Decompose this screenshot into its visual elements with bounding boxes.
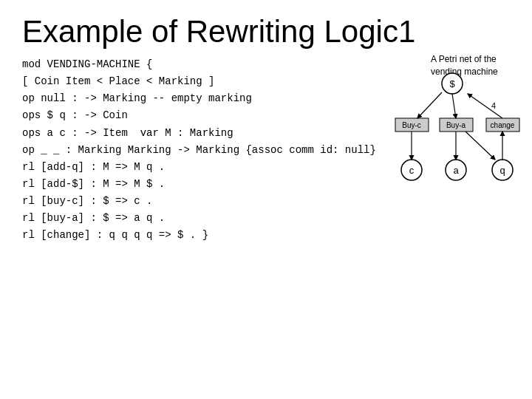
code-line-19: rl [buy-a] : $ => a q . <box>22 210 510 227</box>
svg-text:Buy-c: Buy-c <box>402 121 421 129</box>
page-title: Example of Rewriting Logic1 <box>22 15 510 49</box>
svg-text:q: q <box>499 165 505 176</box>
svg-text:$: $ <box>449 78 455 89</box>
svg-text:c: c <box>409 165 415 176</box>
svg-line-10 <box>468 94 502 118</box>
svg-text:4: 4 <box>491 101 496 110</box>
svg-line-9 <box>452 94 456 118</box>
svg-text:change: change <box>491 121 515 129</box>
svg-line-8 <box>417 92 442 118</box>
svg-text:Buy-a: Buy-a <box>446 121 466 129</box>
petri-net-diagram: $ Buy-c Buy-a change 4 c a q <box>381 70 525 200</box>
code-line-21: rl [change] : q q q q => $ . } <box>22 227 510 244</box>
svg-line-20 <box>466 132 495 160</box>
svg-text:a: a <box>453 165 459 176</box>
